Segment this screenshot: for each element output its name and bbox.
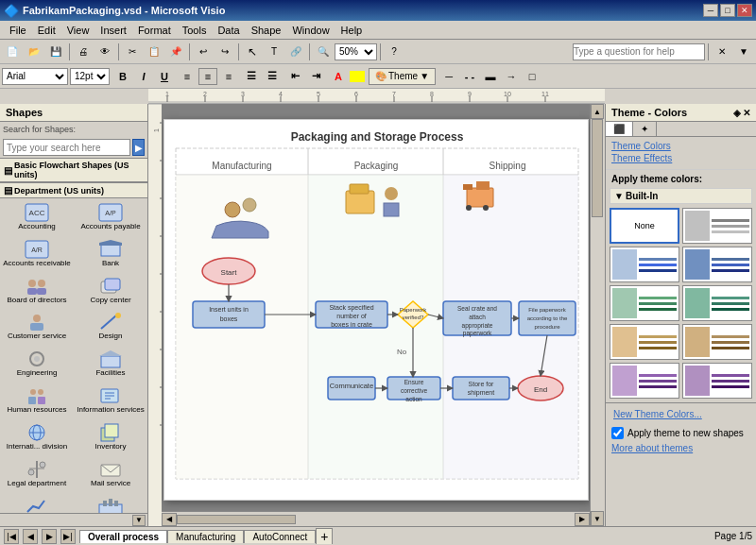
- swatch-gray[interactable]: [682, 208, 752, 244]
- italic-btn[interactable]: I: [134, 68, 153, 85]
- new-btn[interactable]: 📄: [2, 43, 23, 61]
- menu-data[interactable]: Data: [212, 23, 245, 38]
- shapes-section-basic[interactable]: ▤ Basic Flowchart Shapes (US units): [0, 158, 147, 182]
- line-style-btn[interactable]: ─: [439, 68, 458, 85]
- shape-info[interactable]: Information services: [74, 382, 147, 418]
- text-btn[interactable]: T: [264, 43, 284, 61]
- help-search[interactable]: [573, 43, 705, 60]
- menu-shape[interactable]: Shape: [246, 23, 287, 38]
- scroll-right-btn[interactable]: ▶: [575, 513, 590, 526]
- theme-colors-link[interactable]: Theme Colors: [611, 141, 750, 151]
- menu-insert[interactable]: Insert: [94, 23, 132, 38]
- tab-overall-process[interactable]: Overall process: [79, 530, 167, 543]
- window-buttons[interactable]: ─ □ ✕: [703, 4, 752, 17]
- zoom-select[interactable]: 50% 75% 100%: [335, 43, 377, 60]
- zoom-out-btn[interactable]: 🔍: [313, 43, 334, 61]
- resize-down-btn[interactable]: ▼: [733, 43, 754, 61]
- connect-btn[interactable]: 🔗: [285, 43, 306, 61]
- menu-view[interactable]: View: [61, 23, 95, 38]
- shape-manuf[interactable]: Manufactu...: [74, 491, 147, 513]
- menu-file[interactable]: File: [4, 23, 32, 38]
- shape-hr[interactable]: Human resources: [0, 382, 74, 418]
- shape-board[interactable]: Board of directors: [0, 272, 74, 309]
- swatch-warm2[interactable]: [682, 324, 752, 360]
- dash-style-btn[interactable]: - -: [460, 68, 479, 85]
- page-prev-btn[interactable]: ◀: [23, 529, 38, 544]
- swatch-warm[interactable]: [610, 324, 679, 360]
- shape-accounting[interactable]: ACC Accounting: [0, 198, 74, 235]
- maximize-button[interactable]: □: [720, 4, 735, 17]
- tab-manufacturing[interactable]: Manufacturing: [167, 530, 244, 543]
- underline-btn[interactable]: U: [155, 68, 174, 85]
- tab-colors[interactable]: ⬛: [606, 122, 633, 136]
- page-first-btn[interactable]: |◀: [4, 529, 19, 544]
- indent-decrease-btn[interactable]: ⇤: [285, 68, 304, 85]
- shapes-scrollbar[interactable]: ▼: [0, 513, 147, 526]
- scroll-up-btn[interactable]: ▲: [591, 104, 604, 119]
- highlight-btn[interactable]: [350, 71, 365, 82]
- swatch-blue2[interactable]: [682, 247, 752, 282]
- shape-copy[interactable]: Copy center: [74, 272, 147, 309]
- bullet-btn[interactable]: ☰: [242, 68, 261, 85]
- menu-window[interactable]: Window: [286, 23, 335, 38]
- menu-help[interactable]: Help: [335, 23, 369, 38]
- pointer-btn[interactable]: ↖: [242, 43, 263, 61]
- shape-legal[interactable]: Legal department: [0, 455, 74, 492]
- shadow-btn[interactable]: □: [523, 68, 541, 85]
- shape-customer[interactable]: Customer service: [0, 308, 74, 345]
- save-btn[interactable]: 💾: [45, 43, 66, 61]
- theme-button[interactable]: 🎨 Theme ▼: [369, 68, 436, 85]
- shape-engineering[interactable]: Engineering: [0, 345, 74, 382]
- shape-manage[interactable]: Manag...: [0, 491, 74, 513]
- close-button[interactable]: ✕: [737, 4, 752, 17]
- shape-inventory[interactable]: Inventory: [74, 418, 147, 455]
- swatch-purple2[interactable]: [682, 363, 752, 399]
- more-about-themes-link[interactable]: More about themes: [606, 441, 756, 455]
- scroll-down-btn[interactable]: ▼: [591, 511, 604, 526]
- new-theme-link[interactable]: New Theme Colors...: [608, 407, 754, 421]
- shapes-section-dept[interactable]: ▤ Department (US units): [0, 182, 147, 198]
- diagram-page[interactable]: Packaging and Storage Process Manufactur…: [163, 119, 589, 501]
- shape-mail[interactable]: Mail service: [74, 455, 147, 492]
- undo-btn[interactable]: ↩: [193, 43, 214, 61]
- canvas-scroll[interactable]: Packaging and Storage Process Manufactur…: [162, 104, 590, 511]
- align-right-btn[interactable]: ≡: [219, 68, 238, 85]
- bold-btn[interactable]: B: [113, 68, 132, 85]
- open-btn[interactable]: 📂: [24, 43, 44, 61]
- font-color-btn[interactable]: A: [329, 68, 348, 85]
- menu-format[interactable]: Format: [132, 23, 177, 38]
- align-center-btn[interactable]: ≡: [198, 68, 217, 85]
- help-btn[interactable]: ?: [384, 43, 404, 61]
- swatch-none[interactable]: None: [610, 208, 679, 244]
- tab-autoconnect[interactable]: AutoConnect: [244, 530, 316, 543]
- scroll-left-btn[interactable]: ◀: [162, 513, 177, 526]
- shape-intl[interactable]: Internati... division: [0, 418, 74, 455]
- apply-theme-checkbox[interactable]: [611, 427, 624, 439]
- paste-btn[interactable]: 📌: [165, 43, 186, 61]
- shapes-scroll-down[interactable]: ▼: [132, 515, 146, 526]
- swatch-blue[interactable]: [610, 247, 679, 282]
- cut-btn[interactable]: ✂: [122, 43, 143, 61]
- shape-accounts-receivable[interactable]: A/R Accounts receivable: [0, 235, 74, 272]
- numbered-btn[interactable]: ☰: [263, 68, 282, 85]
- shape-design[interactable]: Design: [74, 308, 147, 345]
- shapes-search-input[interactable]: [3, 139, 130, 156]
- builtin-header[interactable]: ▼ Built-In: [610, 188, 752, 204]
- theme-effects-link[interactable]: Theme Effects: [611, 153, 750, 163]
- shape-bank[interactable]: Bank: [74, 235, 147, 272]
- swatch-teal2[interactable]: [682, 285, 752, 321]
- swatch-teal[interactable]: [610, 285, 679, 321]
- tab-effects[interactable]: ✦: [633, 122, 657, 136]
- align-left-btn[interactable]: ≡: [178, 68, 197, 85]
- vertical-scrollbar[interactable]: ▲ ▼: [590, 104, 605, 526]
- shape-facilities[interactable]: Facilities: [74, 345, 147, 382]
- page-next-btn[interactable]: ▶: [42, 529, 57, 544]
- minimize-button[interactable]: ─: [703, 4, 718, 17]
- redo-btn[interactable]: ↪: [215, 43, 235, 61]
- arrow-btn[interactable]: →: [502, 68, 521, 85]
- theme-panel-resize[interactable]: ◈: [733, 108, 741, 118]
- tab-new[interactable]: +: [316, 528, 333, 544]
- line-weight-btn[interactable]: ▬: [481, 68, 500, 85]
- copy-btn[interactable]: 📋: [144, 43, 164, 61]
- horizontal-scrollbar[interactable]: ◀ ▶: [162, 511, 590, 526]
